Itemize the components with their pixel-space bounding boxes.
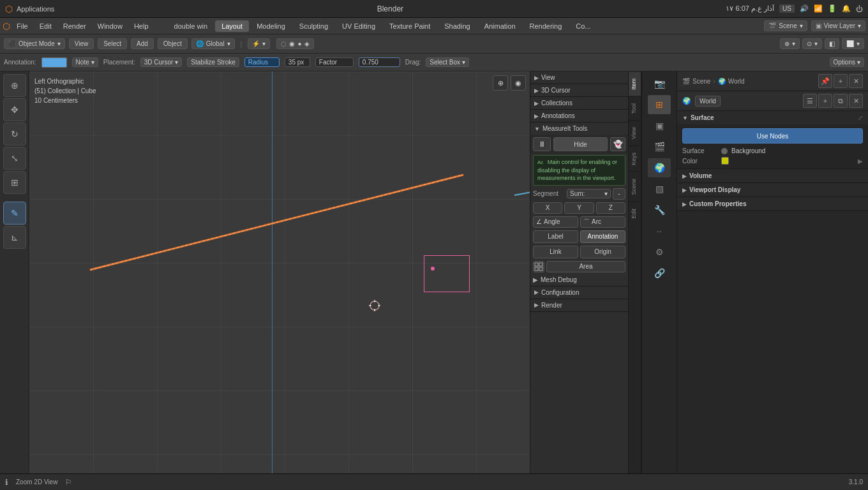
scene-selector[interactable]: 🎬 Scene ▾ (764, 20, 807, 31)
ws-co[interactable]: Co... (569, 20, 597, 32)
props-surface-header[interactable]: ▼ Surface ⤢ (677, 111, 868, 124)
power-icon[interactable]: ⏻ (856, 5, 863, 13)
ws-animation[interactable]: Animation (478, 20, 522, 32)
options-dropdown[interactable]: Options ▾ (830, 57, 864, 67)
overlay-settings[interactable]: ⊙▾ (802, 38, 822, 49)
ws-shading[interactable]: Shading (438, 20, 476, 32)
link-button[interactable]: Link (533, 246, 578, 258)
cursor-mode-dropdown[interactable]: 3D Cursor ▾ (140, 57, 183, 67)
radius-field[interactable]: Radius (244, 57, 280, 67)
viewport-render-mode[interactable]: ⬜▾ (842, 38, 864, 49)
world-new-btn[interactable]: + (818, 94, 832, 108)
props-view-layer-icon[interactable]: ▣ (648, 116, 671, 135)
ghost-button[interactable]: 👻 (610, 137, 625, 151)
color-expand-icon[interactable]: ▶ (858, 158, 863, 165)
select-menu[interactable]: Select (98, 38, 127, 49)
mesh-debug-row[interactable]: ▶ Mesh Debug (530, 274, 628, 286)
xray-toggle[interactable]: ◧ (825, 38, 839, 49)
view-layer-selector[interactable]: ▣ View Layer ▾ (811, 20, 865, 31)
color-swatch[interactable] (721, 157, 729, 165)
label-button[interactable]: Label (533, 230, 578, 243)
n-tab-keys[interactable]: Keys (629, 145, 641, 172)
world-unlink-btn[interactable]: ✕ (849, 94, 863, 108)
ws-modeling[interactable]: Modeling (250, 20, 292, 32)
arc-btn[interactable]: ⌒ Arc (580, 216, 625, 228)
transform-dropdown[interactable]: 🌐 Global ▾ (191, 38, 235, 49)
n-tab-scene[interactable]: Scene (629, 172, 641, 202)
ws-layout[interactable]: Layout (215, 20, 249, 32)
add-menu[interactable]: Add (131, 38, 154, 49)
section-view-header[interactable]: ▶ View (530, 71, 628, 84)
n-tab-view[interactable]: View (629, 120, 641, 145)
gizmo-display-btn[interactable]: ⊕ (493, 75, 508, 91)
z-btn[interactable]: Z (596, 202, 625, 214)
section-cursor-header[interactable]: ▶ 3D Cursor (530, 84, 628, 96)
annotation-color-swatch[interactable] (41, 57, 67, 68)
menu-window[interactable]: Window (93, 20, 128, 32)
applications-menu[interactable]: Applications (17, 5, 54, 13)
segment-dropdown[interactable]: Sum: ▾ (567, 189, 611, 198)
props-volume-header[interactable]: ▶ Volume (677, 169, 868, 182)
menu-render[interactable]: Render (58, 20, 91, 32)
overlay-display-btn[interactable]: ◉ (511, 75, 526, 91)
object-menu[interactable]: Object (158, 38, 188, 49)
notifications-icon[interactable]: 🔔 (842, 4, 851, 13)
annotation-button[interactable]: Annotation (580, 230, 625, 243)
app-icon[interactable]: ⬡ (5, 4, 13, 14)
wifi-icon[interactable]: 📶 (814, 4, 823, 13)
props-scene-icon[interactable]: 🎬 (648, 137, 671, 156)
factor-value-field[interactable]: 0.750 (359, 57, 400, 67)
props-constraints-icon[interactable]: 🔗 (648, 264, 671, 283)
viewport-shading[interactable]: ◌◉●◈ (276, 38, 313, 49)
blender-icon[interactable]: ⬡ (3, 21, 10, 31)
radius-value-field[interactable]: 35 px (285, 57, 310, 67)
volume-icon[interactable]: 🔊 (800, 4, 809, 13)
keyboard-layout[interactable]: US (779, 4, 795, 13)
hide-button[interactable]: Hide (553, 137, 608, 151)
ws-uv-editing[interactable]: UV Editing (336, 20, 382, 32)
battery-icon[interactable]: 🔋 (828, 4, 837, 13)
surface-expand-btn[interactable]: ⤢ (858, 114, 863, 121)
n-tab-item[interactable]: Item (629, 71, 641, 96)
move-tool-btn[interactable]: ✥ (3, 98, 26, 121)
viewport[interactable]: Left Orthographic (51) Collection | Cube… (29, 71, 530, 473)
transform-tool-btn[interactable]: ⊞ (3, 171, 26, 194)
props-object-icon[interactable]: ▧ (648, 179, 671, 198)
menu-help[interactable]: Help (129, 20, 154, 32)
menu-edit[interactable]: Edit (34, 20, 57, 32)
rotate-tool-btn[interactable]: ↻ (3, 122, 26, 145)
n-tab-edit[interactable]: Edit (629, 202, 641, 225)
segment-dash-btn[interactable]: - (613, 188, 625, 200)
props-physics-icon[interactable]: ⚙ (648, 242, 671, 262)
props-viewport-display-header[interactable]: ▶ Viewport Display (677, 183, 868, 197)
section-render-header[interactable]: ▶ Render (530, 299, 628, 311)
section-configuration-header[interactable]: ▶ Configuration (530, 286, 628, 299)
pause-button[interactable]: ⏸ (533, 137, 551, 151)
props-custom-properties-header[interactable]: ▶ Custom Properties (677, 197, 868, 211)
cursor-tool-btn[interactable]: ⊕ (3, 74, 26, 97)
props-new-btn[interactable]: + (834, 74, 848, 88)
ws-double-win[interactable]: double win (168, 20, 214, 32)
editor-type-selector[interactable]: ⬛ Object Mode ▾ (4, 38, 65, 49)
section-measureit-header[interactable]: ▼ MeasureIt Tools (530, 122, 628, 135)
stabilize-stroke-toggle[interactable]: Stabilize Stroke (187, 57, 239, 67)
props-world-icon[interactable]: 🌍 (648, 158, 671, 177)
annotate-tool-btn[interactable]: ✎ (3, 202, 26, 225)
ws-rendering[interactable]: Rendering (523, 20, 569, 32)
drag-mode-dropdown[interactable]: Select Box ▾ (426, 57, 469, 67)
use-nodes-button[interactable]: Use Nodes (682, 128, 863, 144)
props-particles-icon[interactable]: ·∙ (648, 221, 671, 241)
view-menu[interactable]: View (69, 38, 94, 49)
origin-button[interactable]: Origin (580, 246, 625, 258)
menu-file[interactable]: File (11, 20, 33, 32)
area-icon[interactable] (533, 261, 544, 272)
n-tab-tool[interactable]: Tool (629, 96, 641, 121)
ws-sculpting[interactable]: Sculpting (293, 20, 334, 32)
snap-settings[interactable]: ⚡ ▾ (248, 38, 270, 49)
surface-type-value[interactable]: Background (731, 147, 765, 154)
area-button[interactable]: Area (546, 261, 625, 272)
angle-btn[interactable]: ∠ Angle (533, 216, 578, 228)
props-output-icon[interactable]: ⊞ (648, 95, 671, 114)
x-btn[interactable]: X (533, 202, 562, 214)
world-duplicate-btn[interactable]: ⧉ (834, 94, 848, 108)
